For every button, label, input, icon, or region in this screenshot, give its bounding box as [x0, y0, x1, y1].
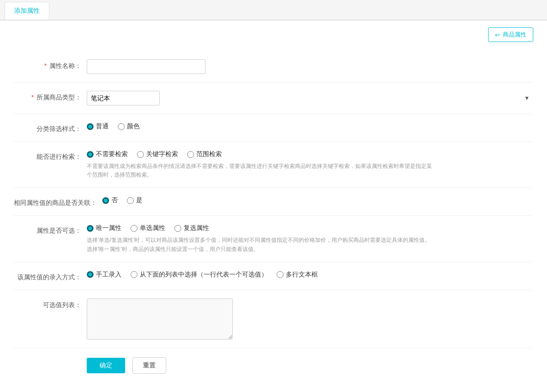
search-range[interactable]: 范围检索	[187, 150, 222, 158]
search-type-content: 不需要检索 关键字检索 范围检索 不需要该属性成为检索商品条件的情况请选择不需要…	[87, 150, 533, 179]
back-arrow-icon: ↩	[495, 31, 500, 38]
search-type-row: 能否进行检索： 不需要检索 关键字检索 范围检索	[14, 142, 533, 188]
search-range-radio[interactable]	[187, 151, 194, 158]
attr-name-label: * 属性名称：	[14, 59, 87, 70]
input-method-label: 该属性值的录入方式：	[14, 271, 87, 282]
search-type-label: 能否进行检索：	[14, 150, 87, 161]
filter-style-label: 分类筛选样式：	[14, 122, 87, 133]
search-none[interactable]: 不需要检索	[87, 150, 128, 158]
required-star-2: *	[32, 94, 34, 101]
optional-list-label: 可选值列表：	[14, 298, 87, 309]
filter-style-normal-radio[interactable]	[87, 123, 94, 130]
form-container: * 属性名称： * 所属商品类型： 笔记本 台式机 手机 平板	[0, 47, 547, 392]
input-method-row: 该属性值的录入方式： 手工录入 从下面的列表中选择（一行代表一个可选值） 多行文…	[14, 262, 533, 290]
top-action-area: ↩ 商品属性	[0, 21, 547, 47]
product-type-select[interactable]: 笔记本 台式机 手机 平板	[87, 91, 160, 105]
attr-multiple[interactable]: 复选属性	[174, 224, 209, 232]
filter-style-content: 普通 颜色	[87, 122, 533, 131]
attr-single-radio[interactable]	[131, 225, 137, 232]
required-star: *	[44, 62, 47, 69]
attr-select-radio-group: 唯一属性 单选属性 复选属性	[87, 224, 533, 232]
input-manual[interactable]: 手工录入	[87, 271, 121, 279]
reset-button[interactable]: 重置	[132, 357, 166, 374]
search-keyword-radio[interactable]	[137, 151, 144, 158]
attr-select-row: 属性是否可选： 唯一属性 单选属性 复选属性	[14, 216, 533, 262]
input-textarea-radio[interactable]	[277, 271, 284, 278]
related-no-radio[interactable]	[102, 197, 109, 204]
related-label: 相同属性值的商品是否关联：	[14, 196, 102, 207]
optional-list-content	[87, 298, 533, 340]
input-method-content: 手工录入 从下面的列表中选择（一行代表一个可选值） 多行文本框	[87, 271, 533, 279]
product-type-select-wrapper: 笔记本 台式机 手机 平板 ▼	[87, 91, 533, 105]
back-button-label: 商品属性	[503, 31, 526, 39]
related-yes[interactable]: 是	[127, 196, 142, 204]
back-to-product-attr-button[interactable]: ↩ 商品属性	[488, 27, 533, 42]
filter-style-radio-group: 普通 颜色	[87, 122, 533, 131]
related-no[interactable]: 否	[102, 196, 118, 204]
button-row: 确定 重置	[14, 348, 533, 383]
product-type-content: 笔记本 台式机 手机 平板 ▼	[87, 91, 533, 105]
attr-select-help: 选择'单选/复选属性'时，可以对商品该属性设置多个值，同时还能对不同属性值指定不…	[87, 236, 434, 253]
search-type-help: 不需要该属性成为检索商品条件的情况请选择不需要检索，需要该属性进行关键字检索商品…	[87, 162, 434, 179]
attr-name-input[interactable]	[87, 59, 205, 74]
related-row: 相同属性值的商品是否关联： 否 是	[14, 188, 533, 216]
filter-style-normal[interactable]: 普通	[87, 122, 109, 131]
attr-name-content	[87, 59, 533, 74]
search-keyword[interactable]: 关键字检索	[137, 150, 178, 158]
attr-multiple-radio[interactable]	[174, 225, 181, 232]
filter-style-color-radio[interactable]	[118, 123, 125, 130]
product-type-label: * 所属商品类型：	[14, 91, 87, 102]
attr-single[interactable]: 单选属性	[131, 224, 165, 232]
filter-style-color[interactable]: 颜色	[118, 122, 140, 131]
input-textarea[interactable]: 多行文本框	[277, 271, 318, 279]
tab-header: 添加属性	[0, 0, 547, 21]
search-type-radio-group: 不需要检索 关键字检索 范围检索	[87, 150, 533, 158]
input-manual-radio[interactable]	[87, 271, 94, 278]
input-list-radio[interactable]	[131, 271, 137, 278]
input-list[interactable]: 从下面的列表中选择（一行代表一个可选值）	[131, 271, 268, 279]
related-radio-group: 否 是	[102, 196, 533, 204]
filter-style-row: 分类筛选样式： 普通 颜色	[14, 114, 533, 142]
related-content: 否 是	[102, 196, 533, 204]
select-arrow-icon: ▼	[524, 95, 530, 101]
attr-select-content: 唯一属性 单选属性 复选属性 选择'单选/复选属性'时，可以对商品该属性设置多个…	[87, 224, 533, 253]
product-type-row: * 所属商品类型： 笔记本 台式机 手机 平板 ▼	[14, 83, 533, 114]
attr-select-label: 属性是否可选：	[14, 224, 87, 235]
input-method-radio-group: 手工录入 从下面的列表中选择（一行代表一个可选值） 多行文本框	[87, 271, 533, 279]
optional-list-textarea[interactable]	[87, 298, 233, 340]
attr-unique[interactable]: 唯一属性	[87, 224, 121, 232]
attr-name-row: * 属性名称：	[14, 51, 533, 83]
confirm-button[interactable]: 确定	[87, 358, 125, 373]
search-none-radio[interactable]	[87, 151, 94, 158]
tab-add-attr[interactable]: 添加属性	[5, 2, 49, 20]
attr-unique-radio[interactable]	[87, 225, 94, 232]
related-yes-radio[interactable]	[127, 197, 134, 204]
optional-list-row: 可选值列表：	[14, 290, 533, 348]
page-wrapper: 添加属性 ↩ 商品属性 * 属性名称： * 所属商品类型：	[0, 0, 547, 392]
